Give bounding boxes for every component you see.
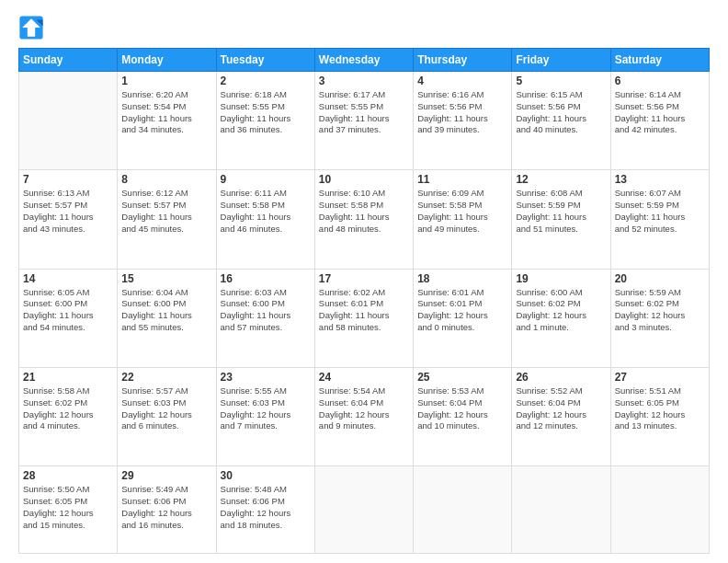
day-number: 1 (121, 75, 211, 87)
logo-icon (18, 15, 44, 40)
calendar-row-5: 28Sunrise: 5:50 AM Sunset: 6:05 PM Dayli… (19, 466, 710, 554)
calendar-cell: 16Sunrise: 6:03 AM Sunset: 6:00 PM Dayli… (216, 269, 314, 367)
day-info: Sunrise: 6:02 AM Sunset: 6:01 PM Dayligh… (319, 287, 409, 334)
day-info: Sunrise: 5:55 AM Sunset: 6:03 PM Dayligh… (221, 385, 311, 432)
day-info: Sunrise: 6:04 AM Sunset: 6:00 PM Dayligh… (121, 287, 211, 334)
calendar-cell (610, 466, 709, 554)
day-info: Sunrise: 6:16 AM Sunset: 5:56 PM Dayligh… (417, 89, 507, 136)
calendar-cell: 18Sunrise: 6:01 AM Sunset: 6:01 PM Dayli… (414, 269, 512, 367)
day-number: 30 (221, 469, 311, 482)
day-info: Sunrise: 6:15 AM Sunset: 5:56 PM Dayligh… (516, 89, 606, 136)
calendar-cell: 8Sunrise: 6:12 AM Sunset: 5:57 PM Daylig… (118, 170, 216, 269)
weekday-header-sunday: Sunday (19, 49, 118, 72)
calendar-row-2: 7Sunrise: 6:13 AM Sunset: 5:57 PM Daylig… (19, 170, 710, 269)
day-number: 11 (417, 173, 507, 186)
day-number: 18 (417, 272, 507, 285)
calendar-cell: 7Sunrise: 6:13 AM Sunset: 5:57 PM Daylig… (19, 170, 118, 269)
weekday-header-wednesday: Wednesday (314, 49, 413, 72)
calendar-cell: 5Sunrise: 6:15 AM Sunset: 5:56 PM Daylig… (512, 72, 610, 170)
day-number: 19 (516, 272, 606, 285)
day-info: Sunrise: 5:53 AM Sunset: 6:04 PM Dayligh… (417, 385, 507, 432)
day-info: Sunrise: 6:14 AM Sunset: 5:56 PM Dayligh… (615, 89, 705, 136)
day-info: Sunrise: 5:57 AM Sunset: 6:03 PM Dayligh… (121, 385, 211, 432)
calendar-cell (512, 466, 610, 554)
day-number: 20 (615, 272, 705, 285)
day-info: Sunrise: 6:12 AM Sunset: 5:57 PM Dayligh… (121, 188, 211, 235)
weekday-header-friday: Friday (512, 49, 610, 72)
day-info: Sunrise: 6:05 AM Sunset: 6:00 PM Dayligh… (23, 287, 113, 334)
day-info: Sunrise: 5:58 AM Sunset: 6:02 PM Dayligh… (23, 385, 113, 432)
day-number: 17 (319, 272, 409, 285)
day-number: 13 (615, 173, 705, 186)
calendar-cell: 1Sunrise: 6:20 AM Sunset: 5:54 PM Daylig… (118, 72, 216, 170)
weekday-header-row: SundayMondayTuesdayWednesdayThursdayFrid… (19, 49, 710, 72)
day-number: 22 (121, 371, 211, 384)
calendar-cell: 14Sunrise: 6:05 AM Sunset: 6:00 PM Dayli… (19, 269, 118, 367)
calendar-cell (414, 466, 512, 554)
day-info: Sunrise: 5:48 AM Sunset: 6:06 PM Dayligh… (221, 484, 311, 531)
calendar-cell (314, 466, 413, 554)
calendar-cell: 9Sunrise: 6:11 AM Sunset: 5:58 PM Daylig… (216, 170, 314, 269)
calendar-cell: 13Sunrise: 6:07 AM Sunset: 5:59 PM Dayli… (610, 170, 709, 269)
calendar-row-4: 21Sunrise: 5:58 AM Sunset: 6:02 PM Dayli… (19, 367, 710, 465)
day-info: Sunrise: 5:49 AM Sunset: 6:06 PM Dayligh… (121, 484, 211, 531)
day-number: 29 (121, 469, 211, 482)
header (18, 15, 710, 40)
calendar-table: SundayMondayTuesdayWednesdayThursdayFrid… (18, 48, 710, 554)
calendar-cell: 11Sunrise: 6:09 AM Sunset: 5:58 PM Dayli… (414, 170, 512, 269)
calendar-cell: 30Sunrise: 5:48 AM Sunset: 6:06 PM Dayli… (216, 466, 314, 554)
calendar-cell: 17Sunrise: 6:02 AM Sunset: 6:01 PM Dayli… (314, 269, 413, 367)
calendar-cell: 23Sunrise: 5:55 AM Sunset: 6:03 PM Dayli… (216, 367, 314, 465)
day-info: Sunrise: 6:01 AM Sunset: 6:01 PM Dayligh… (417, 287, 507, 334)
day-number: 9 (221, 173, 311, 186)
day-info: Sunrise: 6:07 AM Sunset: 5:59 PM Dayligh… (615, 188, 705, 235)
day-info: Sunrise: 6:08 AM Sunset: 5:59 PM Dayligh… (516, 188, 606, 235)
day-number: 21 (23, 371, 113, 384)
day-number: 24 (319, 371, 409, 384)
day-number: 8 (121, 173, 211, 186)
day-info: Sunrise: 5:52 AM Sunset: 6:04 PM Dayligh… (516, 385, 606, 432)
calendar-cell: 29Sunrise: 5:49 AM Sunset: 6:06 PM Dayli… (118, 466, 216, 554)
day-info: Sunrise: 6:10 AM Sunset: 5:58 PM Dayligh… (319, 188, 409, 235)
day-number: 6 (615, 75, 705, 87)
day-number: 10 (319, 173, 409, 186)
day-info: Sunrise: 5:50 AM Sunset: 6:05 PM Dayligh… (23, 484, 113, 531)
day-info: Sunrise: 6:18 AM Sunset: 5:55 PM Dayligh… (221, 89, 311, 136)
day-number: 25 (417, 371, 507, 384)
page: SundayMondayTuesdayWednesdayThursdayFrid… (0, 0, 728, 563)
calendar-cell: 24Sunrise: 5:54 AM Sunset: 6:04 PM Dayli… (314, 367, 413, 465)
day-info: Sunrise: 5:51 AM Sunset: 6:05 PM Dayligh… (615, 385, 705, 432)
day-info: Sunrise: 6:13 AM Sunset: 5:57 PM Dayligh… (23, 188, 113, 235)
day-number: 27 (615, 371, 705, 384)
calendar-row-3: 14Sunrise: 6:05 AM Sunset: 6:00 PM Dayli… (19, 269, 710, 367)
calendar-cell: 21Sunrise: 5:58 AM Sunset: 6:02 PM Dayli… (19, 367, 118, 465)
day-info: Sunrise: 6:00 AM Sunset: 6:02 PM Dayligh… (516, 287, 606, 334)
calendar-cell: 22Sunrise: 5:57 AM Sunset: 6:03 PM Dayli… (118, 367, 216, 465)
calendar-cell: 20Sunrise: 5:59 AM Sunset: 6:02 PM Dayli… (610, 269, 709, 367)
day-info: Sunrise: 6:03 AM Sunset: 6:00 PM Dayligh… (221, 287, 311, 334)
weekday-header-saturday: Saturday (610, 49, 709, 72)
calendar-cell: 6Sunrise: 6:14 AM Sunset: 5:56 PM Daylig… (610, 72, 709, 170)
day-number: 7 (23, 173, 113, 186)
weekday-header-tuesday: Tuesday (216, 49, 314, 72)
day-number: 12 (516, 173, 606, 186)
calendar-cell: 4Sunrise: 6:16 AM Sunset: 5:56 PM Daylig… (414, 72, 512, 170)
day-number: 16 (221, 272, 311, 285)
calendar-cell (19, 72, 118, 170)
day-number: 23 (221, 371, 311, 384)
weekday-header-thursday: Thursday (414, 49, 512, 72)
day-info: Sunrise: 6:17 AM Sunset: 5:55 PM Dayligh… (319, 89, 409, 136)
calendar-cell: 27Sunrise: 5:51 AM Sunset: 6:05 PM Dayli… (610, 367, 709, 465)
day-info: Sunrise: 6:20 AM Sunset: 5:54 PM Dayligh… (121, 89, 211, 136)
day-number: 4 (417, 75, 507, 87)
calendar-cell: 15Sunrise: 6:04 AM Sunset: 6:00 PM Dayli… (118, 269, 216, 367)
day-number: 14 (23, 272, 113, 285)
calendar-cell: 3Sunrise: 6:17 AM Sunset: 5:55 PM Daylig… (314, 72, 413, 170)
calendar-cell: 28Sunrise: 5:50 AM Sunset: 6:05 PM Dayli… (19, 466, 118, 554)
day-number: 3 (319, 75, 409, 87)
day-number: 2 (221, 75, 311, 87)
day-info: Sunrise: 5:59 AM Sunset: 6:02 PM Dayligh… (615, 287, 705, 334)
calendar-cell: 26Sunrise: 5:52 AM Sunset: 6:04 PM Dayli… (512, 367, 610, 465)
calendar-cell: 12Sunrise: 6:08 AM Sunset: 5:59 PM Dayli… (512, 170, 610, 269)
day-number: 15 (121, 272, 211, 285)
